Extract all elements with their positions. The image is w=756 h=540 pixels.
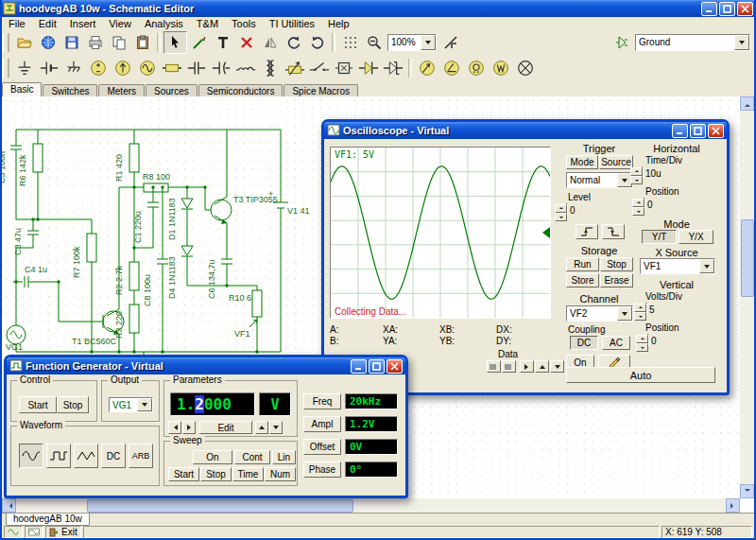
main-titlebar[interactable]: hoodvegAB 10w - Schematic Editor <box>0 0 756 17</box>
switch-tool[interactable] <box>307 55 332 81</box>
square-wave-button[interactable] <box>46 444 71 468</box>
ohmmeter-tool[interactable] <box>464 55 489 81</box>
grid-toggle-button[interactable] <box>338 31 362 54</box>
sweep-time-button[interactable]: Time <box>232 467 264 481</box>
voltage-source-tool[interactable] <box>86 55 111 81</box>
oscilloscope-indicator[interactable] <box>25 526 43 538</box>
edit-button[interactable]: Edit <box>199 421 252 434</box>
function-generator-minimize-button[interactable] <box>351 359 367 374</box>
trigger-level-spinner[interactable]: 0 <box>566 203 568 216</box>
sweep-start-button[interactable]: Start <box>168 467 199 481</box>
wire-tool-button[interactable] <box>187 31 211 54</box>
fg-stop-button[interactable]: Stop <box>57 396 89 413</box>
spin-up-button[interactable] <box>636 335 648 343</box>
ground-tool[interactable] <box>12 55 37 81</box>
data-play-button[interactable] <box>520 360 534 373</box>
mode-yx-button[interactable]: Y/X <box>679 230 713 244</box>
earth-ground-tool[interactable] <box>61 55 86 81</box>
ammeter-tool[interactable] <box>415 55 439 81</box>
storage-store-button[interactable]: Store <box>566 273 599 287</box>
phase-button[interactable]: Phase <box>303 462 341 478</box>
vertical-position-spinner[interactable]: 0 <box>647 334 649 346</box>
trigger-mode-button[interactable]: Mode <box>566 155 598 169</box>
function-generator-indicator[interactable] <box>4 526 23 538</box>
zener-diode-tool[interactable] <box>381 55 405 81</box>
paste-button[interactable] <box>130 31 154 54</box>
x-source-combo[interactable]: VF1 <box>640 258 715 274</box>
function-generator-close-button[interactable] <box>387 359 403 374</box>
lamp-tool[interactable] <box>513 55 538 81</box>
minimize-button[interactable] <box>701 2 717 16</box>
fg-start-button[interactable]: Start <box>19 396 57 413</box>
horizontal-scroll-thumb[interactable] <box>87 499 353 513</box>
relay-tool[interactable] <box>332 55 356 81</box>
sweep-on-button[interactable]: On <box>193 450 232 464</box>
trigger-rising-edge-button[interactable] <box>576 224 598 239</box>
storage-stop-button[interactable]: Stop <box>600 257 633 271</box>
save-button[interactable] <box>60 31 83 54</box>
oscilloscope-maximize-button[interactable] <box>690 124 706 138</box>
x-source-dropdown[interactable] <box>699 259 714 273</box>
document-tab[interactable]: hoodvegAB 10w <box>6 514 90 526</box>
capacitor-tool[interactable] <box>184 55 209 81</box>
horizontal-position-spin-buttons[interactable] <box>632 199 644 209</box>
text-tool-button[interactable] <box>211 31 234 54</box>
spin-up-button[interactable] <box>630 167 643 176</box>
toolbar-grip[interactable] <box>2 59 9 78</box>
trigger-mode-combo[interactable]: Normal <box>566 172 633 188</box>
sweep-lin-button[interactable]: Lin <box>272 450 296 464</box>
copy-button[interactable] <box>107 31 130 54</box>
spin-down-button[interactable] <box>634 312 646 321</box>
auto-button[interactable]: Auto <box>566 367 715 383</box>
data-prev-button[interactable] <box>502 360 516 373</box>
dc-wave-button[interactable]: DC <box>101 444 126 468</box>
close-button[interactable] <box>737 2 753 16</box>
data-first-button[interactable] <box>487 360 501 373</box>
mode-yt-button[interactable]: Y/T <box>642 230 677 244</box>
tab-meters[interactable]: Meters <box>98 84 145 96</box>
offset-button[interactable]: Offset <box>303 439 341 455</box>
menu-tm[interactable]: T&M <box>190 17 225 30</box>
component-combo-dropdown[interactable] <box>734 35 749 50</box>
component-list-combo[interactable]: Ground <box>635 34 750 51</box>
sweep-stop-button[interactable]: Stop <box>200 467 232 481</box>
battery-tool[interactable] <box>37 55 61 81</box>
data-step-up-button[interactable] <box>535 360 549 373</box>
function-generator-maximize-button[interactable] <box>369 359 385 374</box>
horizontal-scrollbar[interactable] <box>2 498 740 513</box>
print-button[interactable] <box>83 31 107 54</box>
scroll-right-button[interactable] <box>726 498 740 513</box>
tab-switches[interactable]: Switches <box>43 84 97 96</box>
analysis-run-button[interactable] <box>36 31 60 54</box>
vertical-scrollbar[interactable] <box>740 96 754 498</box>
trace-position-marker[interactable] <box>542 227 550 238</box>
spin-down-button[interactable] <box>630 176 643 184</box>
resistor-tool[interactable] <box>160 55 184 81</box>
flip-horizontal-button[interactable] <box>258 31 282 54</box>
digit-right-button[interactable] <box>182 421 196 434</box>
select-tool-button[interactable] <box>163 31 187 54</box>
scroll-up-button[interactable] <box>740 96 754 111</box>
open-file-button[interactable] <box>12 31 36 54</box>
scroll-left-button[interactable] <box>2 498 16 513</box>
menu-help[interactable]: Help <box>321 17 356 30</box>
spin-up-button[interactable] <box>634 304 646 312</box>
exit-button[interactable]: Exit <box>45 526 81 538</box>
spin-down-button[interactable] <box>555 213 567 221</box>
data-step-down-button[interactable] <box>550 360 564 373</box>
zoom-out-button[interactable] <box>362 31 386 54</box>
function-generator-window[interactable]: Function Generator - Virtual Control Sta… <box>4 355 408 498</box>
transformer-tool[interactable] <box>258 55 283 81</box>
spin-down-button[interactable] <box>636 343 648 352</box>
volts-div-spin-buttons[interactable] <box>634 304 646 314</box>
vertical-position-spin-buttons[interactable] <box>636 335 648 345</box>
current-source-tool[interactable] <box>111 55 135 81</box>
value-up-button[interactable] <box>255 421 268 434</box>
oscilloscope-close-button[interactable] <box>708 124 724 138</box>
function-generator-titlebar[interactable]: Function Generator - Virtual <box>7 357 405 375</box>
vertical-scroll-thumb[interactable] <box>741 219 754 297</box>
rotate-left-button[interactable] <box>282 31 305 54</box>
spin-down-button[interactable] <box>632 207 644 216</box>
output-combo[interactable]: VG1 <box>109 397 153 412</box>
menu-insert[interactable]: Insert <box>63 17 103 30</box>
